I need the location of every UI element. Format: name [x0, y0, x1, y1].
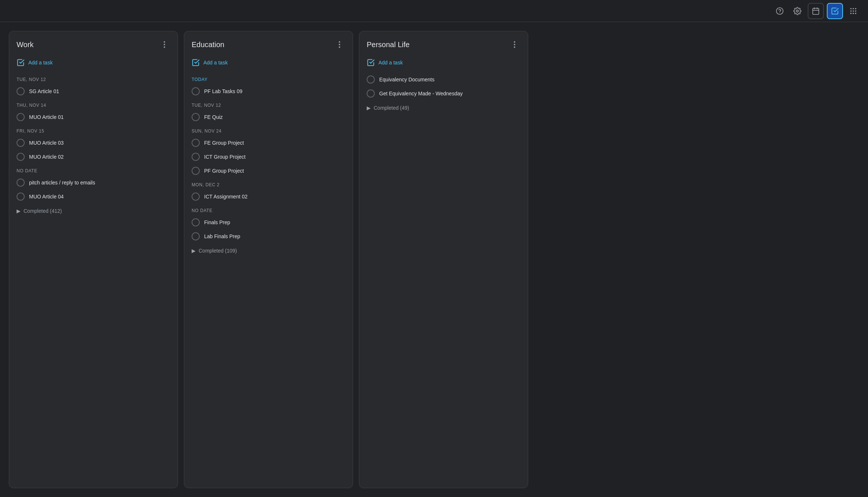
task-circle[interactable]: [17, 139, 25, 147]
add-task-label-work: Add a task: [28, 60, 53, 66]
task-row[interactable]: Finals Prep: [192, 215, 345, 229]
task-label: pitch articles / reply to emails: [29, 180, 95, 186]
svg-rect-3: [813, 8, 819, 14]
date-label-education-0: TODAY: [192, 77, 345, 82]
date-label-work-0: TUE, NOV 12: [17, 77, 170, 82]
task-circle[interactable]: [367, 89, 375, 98]
topbar: [0, 0, 868, 22]
chevron-right-icon: ▶: [17, 208, 21, 214]
list-header-work: Work: [17, 39, 170, 50]
add-task-icon: [192, 59, 200, 67]
list-card-personal-life: Personal Life Add a task Equivalency Doc…: [359, 31, 528, 488]
svg-point-14: [853, 13, 854, 14]
task-label: MUO Article 03: [29, 140, 64, 146]
task-circle[interactable]: [192, 193, 200, 201]
task-row[interactable]: MUO Article 04: [17, 190, 170, 204]
task-row[interactable]: MUO Article 03: [17, 136, 170, 150]
task-circle[interactable]: [17, 153, 25, 161]
svg-point-12: [855, 10, 857, 12]
task-row[interactable]: FE Quiz: [192, 110, 345, 124]
svg-point-13: [850, 13, 852, 14]
list-card-work: Work Add a task TUE, NOV 12SG Article 01…: [9, 31, 178, 488]
add-task-button-education[interactable]: Add a task: [192, 56, 345, 69]
list-card-education: Education Add a task TODAYPF Lab Tasks 0…: [184, 31, 353, 488]
list-title-work: Work: [17, 40, 33, 49]
task-row[interactable]: Get Equivalency Made - Wednesday: [367, 87, 520, 101]
task-circle[interactable]: [17, 193, 25, 201]
task-label: PF Group Project: [204, 168, 244, 174]
task-circle[interactable]: [192, 113, 200, 121]
calendar-button[interactable]: [808, 3, 824, 19]
apps-button[interactable]: [846, 4, 861, 18]
task-circle[interactable]: [192, 167, 200, 175]
completed-row-education[interactable]: ▶ Completed (109): [192, 245, 345, 257]
completed-row-personal-life[interactable]: ▶ Completed (49): [367, 102, 520, 114]
task-label: FE Quiz: [204, 114, 223, 120]
task-label: MUO Article 04: [29, 194, 64, 200]
settings-button[interactable]: [790, 4, 805, 18]
date-label-education-2: SUN, NOV 24: [192, 128, 345, 134]
add-task-button-personal-life[interactable]: Add a task: [367, 56, 520, 69]
list-title-education: Education: [192, 40, 224, 49]
task-label: Equivalency Documents: [379, 77, 434, 82]
task-label: PF Lab Tasks 09: [204, 88, 242, 94]
task-label: MUO Article 02: [29, 154, 64, 160]
task-label: FE Group Project: [204, 140, 244, 146]
task-row[interactable]: SG Article 01: [17, 84, 170, 98]
date-label-work-1: THU, NOV 14: [17, 103, 170, 108]
task-circle[interactable]: [192, 232, 200, 240]
task-row[interactable]: FE Group Project: [192, 136, 345, 150]
task-circle[interactable]: [192, 139, 200, 147]
task-row[interactable]: ICT Group Project: [192, 150, 345, 164]
help-button[interactable]: [772, 4, 787, 18]
add-task-icon: [367, 59, 375, 67]
more-menu-education[interactable]: [334, 39, 345, 50]
task-row[interactable]: MUO Article 02: [17, 150, 170, 164]
date-label-work-2: FRI, NOV 15: [17, 128, 170, 134]
task-label: Finals Prep: [204, 219, 230, 225]
tasks-button[interactable]: [827, 3, 843, 19]
task-row[interactable]: Lab Finals Prep: [192, 229, 345, 243]
task-label: ICT Group Project: [204, 154, 246, 160]
task-label: SG Article 01: [29, 88, 59, 94]
task-circle[interactable]: [192, 87, 200, 95]
svg-point-9: [855, 8, 857, 9]
completed-label-personal-life: Completed (49): [374, 105, 409, 111]
task-circle[interactable]: [17, 87, 25, 95]
add-task-label-education: Add a task: [203, 60, 228, 66]
date-label-education-1: TUE, NOV 12: [192, 103, 345, 108]
chevron-right-icon: ▶: [192, 248, 196, 254]
task-row[interactable]: PF Group Project: [192, 164, 345, 178]
svg-point-7: [850, 8, 852, 9]
task-label: Lab Finals Prep: [204, 233, 240, 239]
task-label: ICT Assignment 02: [204, 194, 248, 200]
svg-point-10: [850, 10, 852, 12]
more-menu-personal-life[interactable]: [509, 39, 520, 50]
svg-point-2: [796, 10, 798, 12]
task-row[interactable]: ICT Assignment 02: [192, 190, 345, 204]
task-label: Get Equivalency Made - Wednesday: [379, 91, 463, 96]
task-circle[interactable]: [192, 153, 200, 161]
task-row[interactable]: pitch articles / reply to emails: [17, 176, 170, 190]
completed-row-work[interactable]: ▶ Completed (412): [17, 205, 170, 217]
list-title-personal-life: Personal Life: [367, 40, 410, 49]
date-label-education-4: NO DATE: [192, 208, 345, 213]
task-row[interactable]: PF Lab Tasks 09: [192, 84, 345, 98]
completed-label-work: Completed (412): [24, 208, 62, 214]
date-label-work-3: NO DATE: [17, 168, 170, 173]
add-task-button-work[interactable]: Add a task: [17, 56, 170, 69]
task-row[interactable]: Equivalency Documents: [367, 73, 520, 87]
svg-point-8: [853, 8, 854, 9]
list-header-education: Education: [192, 39, 345, 50]
task-circle[interactable]: [17, 113, 25, 121]
task-row[interactable]: MUO Article 01: [17, 110, 170, 124]
completed-label-education: Completed (109): [199, 248, 237, 254]
more-menu-work[interactable]: [159, 39, 170, 50]
add-task-label-personal-life: Add a task: [378, 60, 403, 66]
task-circle[interactable]: [367, 75, 375, 84]
svg-point-15: [855, 13, 857, 14]
add-task-icon: [17, 59, 25, 67]
task-label: MUO Article 01: [29, 114, 64, 120]
task-circle[interactable]: [192, 218, 200, 226]
task-circle[interactable]: [17, 179, 25, 187]
